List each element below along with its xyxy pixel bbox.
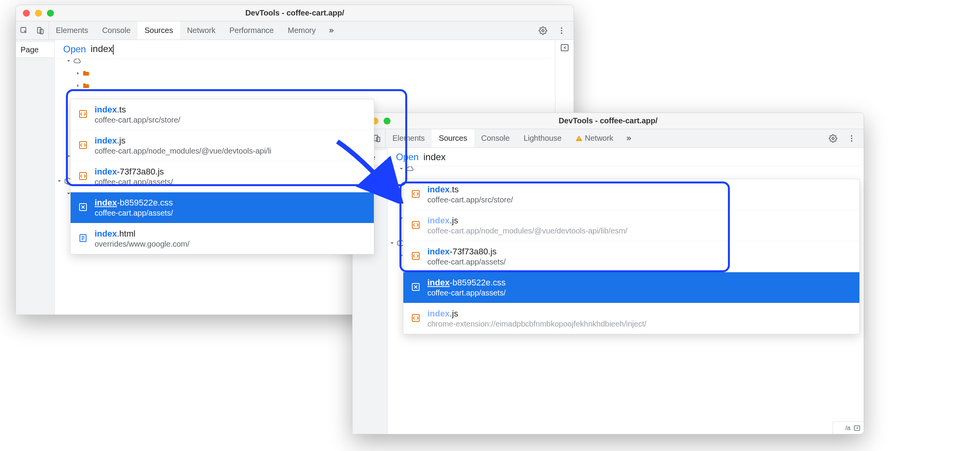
result-name: index.js: [427, 216, 627, 226]
result-path: coffee-cart.app/assets/: [427, 257, 506, 266]
collapse-panel-icon[interactable]: [560, 43, 569, 52]
svg-point-6: [561, 32, 562, 34]
cmd-query: index: [423, 152, 446, 162]
tab-network[interactable]: Network: [180, 21, 222, 40]
svg-rect-1: [38, 27, 41, 33]
result-name: index-73f73a80.js: [95, 167, 173, 177]
result-name: index-b859522e.css: [95, 198, 173, 208]
tab-performance[interactable]: Performance: [223, 21, 281, 40]
panel-tabs: Elements Sources Console Lighthouse Netw…: [385, 129, 821, 147]
result-row[interactable]: index-73f73a80.js coffee-cart.app/assets…: [71, 161, 374, 192]
tab-lighthouse[interactable]: Lighthouse: [517, 129, 569, 147]
chevron-right-icon[interactable]: [76, 71, 80, 76]
more-tabs-icon[interactable]: [323, 21, 340, 40]
kebab-icon[interactable]: [843, 134, 860, 143]
gear-icon[interactable]: [535, 26, 551, 35]
chevron-down-icon[interactable]: [390, 241, 394, 245]
result-name: index-b859522e.css: [427, 278, 506, 288]
result-row[interactable]: index.js coffee-cart.app/node_modules/@v…: [403, 210, 859, 241]
svg-point-23: [832, 137, 834, 140]
result-row[interactable]: index-b859522e.css coffee-cart.app/asset…: [71, 192, 374, 223]
result-row[interactable]: index.js coffee-cart.app/node_modules/@v…: [71, 130, 374, 161]
svg-point-5: [561, 30, 562, 31]
sidebar: Page: [16, 40, 55, 314]
result-row[interactable]: index.js chrome-extension://eimadpbcbfnm…: [403, 303, 859, 334]
result-row[interactable]: index.ts coffee-cart.app/src/store/: [403, 179, 859, 210]
traffic-lights: [16, 10, 54, 17]
svg-rect-21: [579, 137, 579, 139]
file-icon: [411, 220, 420, 231]
result-path: coffee-cart.app/node_modules/@vue/devtoo…: [95, 147, 271, 156]
command-menu-input[interactable]: Open index: [388, 148, 860, 166]
command-menu-input[interactable]: Open index: [55, 40, 550, 59]
result-name: index.ts: [95, 105, 180, 115]
minimize-button[interactable]: [35, 10, 42, 17]
tab-console[interactable]: Console: [95, 21, 137, 40]
arrow-annotation: [330, 134, 407, 204]
result-name: index.html: [95, 229, 190, 239]
tab-sources[interactable]: Sources: [432, 129, 474, 147]
collapse-panel-icon[interactable]: [854, 425, 861, 432]
svg-point-24: [851, 135, 852, 137]
maximize-button[interactable]: [384, 118, 391, 124]
command-menu-results: index.ts coffee-cart.app/src/store/ inde…: [70, 99, 374, 254]
result-name: index.js: [95, 136, 271, 146]
result-path: coffee-cart.app/assets/: [427, 289, 506, 297]
device-toggle-icon[interactable]: [32, 21, 48, 40]
folder-icon: [83, 83, 90, 89]
result-name: index.js: [427, 309, 646, 319]
titlebar: DevTools - coffee-cart.app/: [353, 113, 864, 129]
result-path: overrides/www.google.com/: [95, 240, 190, 249]
result-path: coffee-cart.app/assets/: [95, 178, 173, 187]
window-title: DevTools - coffee-cart.app/: [353, 116, 864, 125]
result-row[interactable]: index-b859522e.css coffee-cart.app/asset…: [403, 272, 859, 303]
chevron-right-icon[interactable]: [76, 83, 80, 88]
result-row[interactable]: index-73f73a80.js coffee-cart.app/assets…: [403, 241, 859, 272]
tab-network[interactable]: Network: [569, 129, 620, 147]
status-bar: /a: [833, 422, 864, 434]
chevron-down-icon[interactable]: [57, 179, 62, 183]
devtools-window-2: DevTools - coffee-cart.app/ Elements Sou…: [352, 112, 864, 434]
titlebar: DevTools - coffee-cart.app/: [16, 5, 574, 21]
maximize-button[interactable]: [47, 10, 54, 17]
svg-rect-22: [579, 140, 579, 140]
warning-icon: [576, 135, 582, 142]
result-path: coffee-cart.app/src/store/: [427, 195, 513, 204]
cmd-prefix: Open: [63, 44, 86, 55]
tab-console[interactable]: Console: [474, 129, 517, 147]
gear-icon[interactable]: [825, 134, 841, 143]
file-icon: [411, 251, 420, 262]
chevron-down-icon[interactable]: [66, 59, 71, 63]
file-icon: [78, 171, 88, 182]
result-row[interactable]: index.ts coffee-cart.app/src/store/: [71, 99, 374, 130]
toolbar: Elements Sources Console Lighthouse Netw…: [353, 129, 864, 148]
tab-sources[interactable]: Sources: [138, 21, 180, 40]
close-button[interactable]: [23, 10, 30, 17]
result-name: index-73f73a80.js: [427, 247, 506, 257]
file-icon: [78, 109, 88, 120]
command-menu-results: index.ts coffee-cart.app/src/store/ inde…: [403, 179, 860, 334]
tab-memory[interactable]: Memory: [281, 21, 323, 40]
result-name: index.ts: [427, 185, 513, 195]
svg-point-4: [561, 27, 562, 29]
more-tabs-icon[interactable]: [620, 129, 637, 147]
result-path: coffee-cart.app/src/store/: [95, 116, 180, 124]
svg-point-26: [851, 140, 852, 142]
file-icon: [78, 202, 88, 213]
status-text: /a: [845, 425, 850, 432]
result-path: chrome-extension://eimadpbcbfnmbkopoojfe…: [427, 320, 646, 328]
svg-point-25: [851, 138, 852, 139]
file-icon: [411, 282, 420, 293]
sidebar-tab-page[interactable]: Page: [16, 42, 54, 58]
tab-elements[interactable]: Elements: [49, 21, 95, 40]
inspect-icon[interactable]: [16, 21, 32, 40]
result-row[interactable]: index.html overrides/www.google.com/: [71, 223, 374, 254]
folder-icon: [83, 70, 90, 76]
panel-tabs: Elements Console Sources Network Perform…: [49, 21, 531, 40]
kebab-icon[interactable]: [553, 26, 570, 35]
file-icon: [411, 313, 420, 324]
svg-point-3: [542, 29, 544, 32]
result-path: coffee-cart.app/assets/: [95, 209, 173, 218]
file-icon: [78, 140, 88, 151]
window-title: DevTools - coffee-cart.app/: [16, 9, 574, 17]
